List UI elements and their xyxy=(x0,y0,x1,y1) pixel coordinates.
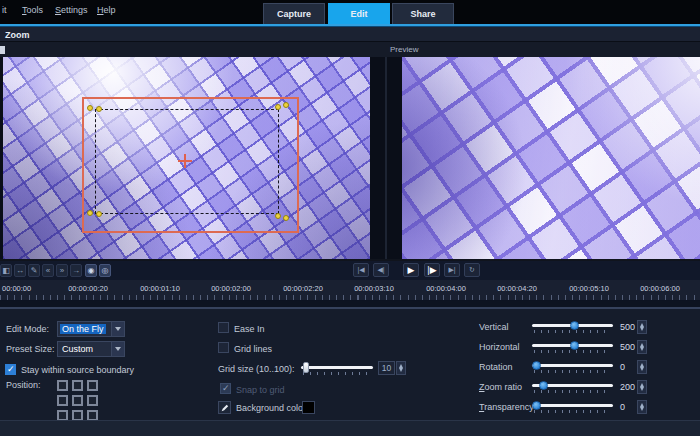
transparency-value: 0 xyxy=(620,402,625,412)
preview-canvas xyxy=(402,57,700,259)
selection-handle-top-right-2[interactable] xyxy=(283,102,289,108)
zoom-ratio-value: 200 xyxy=(620,382,635,392)
zoom-ratio-slider[interactable] xyxy=(532,381,613,393)
slider-ticks xyxy=(303,372,371,375)
chevron-down-icon[interactable] xyxy=(111,342,124,356)
chevron-down-icon[interactable] xyxy=(111,322,124,336)
vertical-spinner[interactable] xyxy=(637,320,647,334)
loop-button[interactable]: ↻ xyxy=(464,263,480,277)
preset-size-value: Custom xyxy=(60,344,95,354)
position-cell[interactable] xyxy=(72,380,83,391)
timecode-label: 00:00:06:00 xyxy=(640,284,680,293)
position-cell[interactable] xyxy=(87,395,98,406)
zoom-in-tool-icon[interactable]: ◉ xyxy=(85,264,97,277)
slider-thumb[interactable] xyxy=(570,341,579,350)
cropped-icon xyxy=(0,46,5,54)
timecode-label: 00:00:01:10 xyxy=(140,284,180,293)
app-window: it Tools Settings Help Capture Edit Shar… xyxy=(0,0,700,436)
previous-frame-button[interactable]: ◀| xyxy=(373,263,389,277)
edit-toolbar: ◧ ↔ ✎ « » → ◉ ◎ |◀ ◀| ▶ |▶ ▶| ↻ xyxy=(0,261,700,280)
timecode-label: 00:00:00:20 xyxy=(68,284,108,293)
tab-share[interactable]: Share xyxy=(392,3,454,24)
selection-handle-bottom-right-2[interactable] xyxy=(283,215,289,221)
background-color-picker-button[interactable] xyxy=(218,401,231,414)
slider-ticks xyxy=(534,350,611,353)
edit-mode-value: On the Fly xyxy=(60,324,106,334)
rotation-spinner[interactable] xyxy=(637,360,647,374)
preview-label: Preview xyxy=(390,45,418,54)
apply-tool-icon[interactable]: → xyxy=(70,264,82,277)
tab-capture[interactable]: Capture xyxy=(263,3,325,24)
rotation-slider[interactable] xyxy=(532,361,613,373)
snap-to-grid-checkbox[interactable] xyxy=(220,383,231,394)
vertical-slider[interactable] xyxy=(532,321,613,333)
selection-handle-bottom-right[interactable] xyxy=(275,213,281,219)
edit-mode-label: Edit Mode: xyxy=(6,324,49,334)
grid-lines-checkbox[interactable] xyxy=(218,342,229,353)
slider-thumb[interactable] xyxy=(532,361,541,370)
next-frame-button[interactable]: |▶ xyxy=(424,263,440,277)
transparency-slider[interactable] xyxy=(532,401,613,413)
zoom-ratio-label: Zoom ratio xyxy=(479,382,522,392)
stay-within-checkbox[interactable] xyxy=(5,364,16,375)
grid-size-spinner[interactable] xyxy=(396,361,406,375)
edit-canvas[interactable] xyxy=(3,57,370,259)
horizontal-spinner[interactable] xyxy=(637,340,647,354)
grid-size-label: Grid size (10..100): xyxy=(218,364,295,374)
rotation-label: Rotation xyxy=(479,362,513,372)
play-button[interactable]: ▶ xyxy=(403,263,419,277)
position-label: Position: xyxy=(6,380,41,390)
zoom-options-panel: Edit Mode: On the Fly Preset Size: Custo… xyxy=(0,307,700,420)
transparency-spinner[interactable] xyxy=(637,400,647,414)
transparency-label: Transparency xyxy=(479,402,534,412)
preset-size-dropdown[interactable]: Custom xyxy=(57,341,125,357)
slider-ticks xyxy=(534,370,611,373)
position-grid xyxy=(57,380,98,421)
tab-edit[interactable]: Edit xyxy=(328,3,390,24)
menu-item-help[interactable]: Help xyxy=(97,5,116,15)
preview-video-frame xyxy=(402,57,700,259)
grid-size-value[interactable]: 10 xyxy=(378,361,395,375)
position-cell[interactable] xyxy=(87,380,98,391)
horizontal-slider[interactable] xyxy=(532,341,613,353)
menu-item-edit-cropped[interactable]: it xyxy=(2,5,7,15)
slider-thumb[interactable] xyxy=(539,381,548,390)
pane-divider xyxy=(385,57,387,259)
slider-thumb[interactable] xyxy=(532,401,541,410)
timecode-label: 00:00:03:10 xyxy=(354,284,394,293)
selection-handle-bottom-left-2[interactable] xyxy=(96,211,102,217)
timeline-ruler[interactable]: 00:00:00 00:00:00:20 00:00:01:10 00:00:0… xyxy=(0,280,700,301)
go-to-end-button[interactable]: ▶| xyxy=(444,263,460,277)
next-keyframe-icon[interactable]: » xyxy=(56,264,68,277)
selection-handle-bottom-left[interactable] xyxy=(87,210,93,216)
selection-handle-top-right[interactable] xyxy=(275,104,281,110)
ease-in-label: Ease In xyxy=(234,324,265,334)
video-area xyxy=(0,57,700,259)
snap-to-grid-label: Snap to grid xyxy=(236,385,285,395)
zoom-out-tool-icon[interactable]: ◎ xyxy=(99,264,111,277)
slider-ticks xyxy=(534,390,611,393)
center-crosshair-icon[interactable] xyxy=(178,154,192,168)
background-color-swatch[interactable] xyxy=(302,401,315,414)
slider-track[interactable] xyxy=(532,404,613,407)
position-cell[interactable] xyxy=(72,395,83,406)
selection-handle-top-left-2[interactable] xyxy=(96,106,102,112)
draw-tool-icon[interactable]: ✎ xyxy=(28,264,40,277)
zoom-ratio-spinner[interactable] xyxy=(637,380,647,394)
selection-handle-top-left[interactable] xyxy=(87,105,93,111)
slider-thumb[interactable] xyxy=(570,321,579,330)
slider-thumb[interactable] xyxy=(303,362,309,373)
position-cell[interactable] xyxy=(57,380,68,391)
go-to-start-button[interactable]: |◀ xyxy=(353,263,369,277)
position-cell[interactable] xyxy=(57,395,68,406)
pan-tool-icon[interactable]: ↔ xyxy=(14,264,26,277)
edit-mode-dropdown[interactable]: On the Fly xyxy=(57,321,125,337)
prev-keyframe-icon[interactable]: « xyxy=(42,264,54,277)
slider-track[interactable] xyxy=(532,364,613,367)
menu-item-tools[interactable]: Tools xyxy=(22,5,43,15)
ease-in-checkbox[interactable] xyxy=(218,322,229,333)
menu-item-settings[interactable]: Settings xyxy=(55,5,88,15)
slider-track[interactable] xyxy=(301,366,373,369)
select-tool-icon[interactable]: ◧ xyxy=(0,264,12,277)
grid-size-slider[interactable] xyxy=(301,363,373,375)
